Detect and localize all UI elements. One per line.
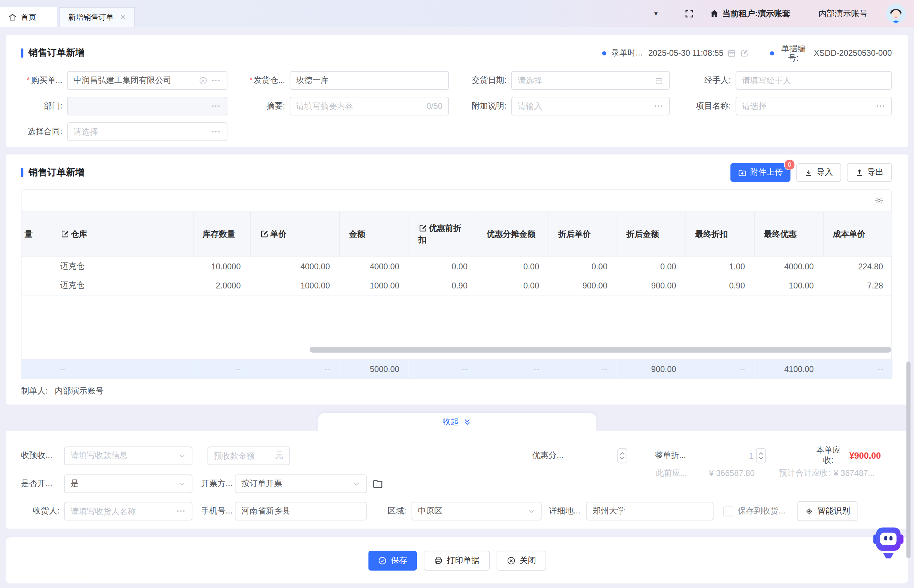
cell[interactable]: [21, 257, 51, 276]
cell[interactable]: 4000.00: [250, 257, 339, 276]
contract-field[interactable]: •••: [67, 123, 227, 141]
tabs-dropdown-icon[interactable]: ▼: [653, 10, 659, 17]
attachment-upload-button[interactable]: 附件上传 0: [730, 163, 790, 182]
phone-field[interactable]: [235, 502, 367, 520]
stepper-down-icon[interactable]: [759, 456, 764, 460]
save-label: 保存: [391, 555, 407, 565]
gear-icon[interactable]: [874, 196, 884, 205]
cell[interactable]: 100.00: [754, 276, 823, 295]
account-name[interactable]: 内部演示账号: [818, 8, 867, 19]
cell[interactable]: 1000.00: [250, 276, 339, 295]
project-input[interactable]: [742, 102, 872, 111]
cell[interactable]: 0.90: [409, 276, 477, 295]
smart-recognize-button[interactable]: 智能识别: [798, 501, 857, 521]
more-icon[interactable]: •••: [877, 103, 886, 109]
consignee-input[interactable]: [70, 507, 172, 516]
chevron-down-icon: [527, 507, 535, 515]
save-address-checkbox[interactable]: [723, 506, 733, 516]
receipt-label: 收预收...: [21, 451, 64, 461]
prepay-input[interactable]: [214, 451, 270, 460]
invoice-value: 是: [70, 478, 174, 489]
collapse-toggle[interactable]: 收起: [318, 413, 596, 431]
order-discount-label: 整单折...: [655, 451, 686, 461]
cell[interactable]: 7.28: [823, 276, 893, 295]
import-button[interactable]: 导入: [796, 163, 841, 182]
tab-new-sales-order[interactable]: 新增销售订单 ✕: [59, 7, 134, 27]
cell[interactable]: 4000.00: [339, 257, 409, 276]
chat-assistant-icon[interactable]: [873, 525, 903, 560]
cell[interactable]: 4000.00: [754, 257, 823, 276]
save-button[interactable]: 保存: [368, 551, 417, 570]
avatar-face-icon: [886, 4, 906, 24]
summary-input[interactable]: [296, 102, 422, 111]
contract-input[interactable]: [74, 127, 207, 136]
stepper-down-icon[interactable]: [619, 456, 625, 460]
handler-input[interactable]: [742, 76, 886, 85]
export-button[interactable]: 导出: [847, 163, 892, 182]
collapse-label: 收起: [442, 417, 459, 427]
more-icon[interactable]: •••: [212, 129, 221, 135]
cell[interactable]: [21, 276, 51, 295]
cell[interactable]: 1000.00: [339, 276, 409, 295]
tenant-switcher[interactable]: 当前租户:演示账套: [709, 8, 790, 19]
table-row[interactable]: 迈克仓2.00001000.001000.000.900.00900.00900…: [21, 276, 893, 295]
print-button[interactable]: 打印单据: [423, 551, 489, 570]
department-field[interactable]: •••: [67, 97, 227, 115]
invoice-method-select[interactable]: 按订单开票: [235, 474, 367, 493]
tab-close-icon[interactable]: ✕: [120, 13, 126, 22]
summary-field[interactable]: 0/50: [290, 97, 449, 115]
cell[interactable]: 0.00: [477, 257, 549, 276]
cell[interactable]: 900.00: [549, 276, 617, 295]
discount-share-stepper[interactable]: [617, 448, 627, 464]
more-icon[interactable]: •••: [212, 78, 221, 84]
table-row[interactable]: 迈克仓10.00004000.004000.000.000.000.000.00…: [21, 257, 893, 276]
more-icon[interactable]: •••: [212, 103, 221, 109]
order-discount-stepper[interactable]: [756, 448, 766, 464]
handler-field[interactable]: [736, 71, 892, 90]
cell[interactable]: 迈克仓: [51, 257, 193, 276]
cell[interactable]: 0.00: [477, 276, 549, 295]
note-input[interactable]: [518, 102, 650, 111]
cell[interactable]: 0.00: [409, 257, 477, 276]
delivery-date-input[interactable]: [518, 76, 650, 85]
cell[interactable]: 0.00: [617, 257, 686, 276]
cell[interactable]: 1.00: [686, 257, 754, 276]
cell[interactable]: 2.0000: [193, 276, 250, 295]
summary-cell: --: [549, 359, 617, 378]
cell[interactable]: 迈克仓: [51, 276, 193, 295]
more-icon[interactable]: •••: [654, 103, 663, 109]
note-field[interactable]: •••: [511, 97, 670, 115]
vertical-scrollbar-thumb[interactable]: [906, 361, 911, 558]
phone-input[interactable]: [241, 507, 360, 516]
stepper-up-icon[interactable]: [619, 452, 625, 455]
cell[interactable]: 10.0000: [193, 257, 250, 276]
region-select[interactable]: 中原区: [412, 502, 542, 520]
calendar-icon[interactable]: [727, 48, 736, 58]
cell[interactable]: 224.80: [823, 257, 893, 276]
address-input[interactable]: [593, 507, 707, 516]
invoice-select[interactable]: 是: [64, 474, 192, 493]
prepay-field[interactable]: 元: [207, 447, 289, 465]
cell[interactable]: 900.00: [617, 276, 686, 295]
calendar-icon[interactable]: [655, 76, 663, 85]
cell[interactable]: 0.90: [686, 276, 754, 295]
cell[interactable]: 0.00: [549, 257, 617, 276]
due-label: 本单应收:: [813, 445, 843, 465]
buyer-field[interactable]: 中润昌弘建工集团有限公司 •••: [67, 71, 227, 90]
tab-home[interactable]: 首页: [0, 7, 57, 27]
address-field[interactable]: [586, 502, 713, 520]
warehouse-field[interactable]: 玫德一库: [290, 71, 449, 90]
delivery-date-field[interactable]: [511, 71, 670, 90]
consignee-field[interactable]: •••: [64, 502, 192, 520]
edit-time-icon[interactable]: [740, 48, 749, 58]
project-field[interactable]: •••: [736, 97, 892, 115]
clear-icon[interactable]: [199, 76, 207, 85]
close-button[interactable]: 关闭: [496, 551, 546, 570]
horizontal-scrollbar-thumb[interactable]: [310, 347, 891, 352]
more-icon[interactable]: •••: [177, 508, 186, 514]
stepper-up-icon[interactable]: [759, 452, 764, 455]
avatar[interactable]: [886, 4, 906, 24]
receipt-select[interactable]: 请填写收款信息: [64, 447, 192, 465]
folder-icon[interactable]: [372, 478, 384, 490]
fullscreen-icon[interactable]: [685, 9, 694, 19]
